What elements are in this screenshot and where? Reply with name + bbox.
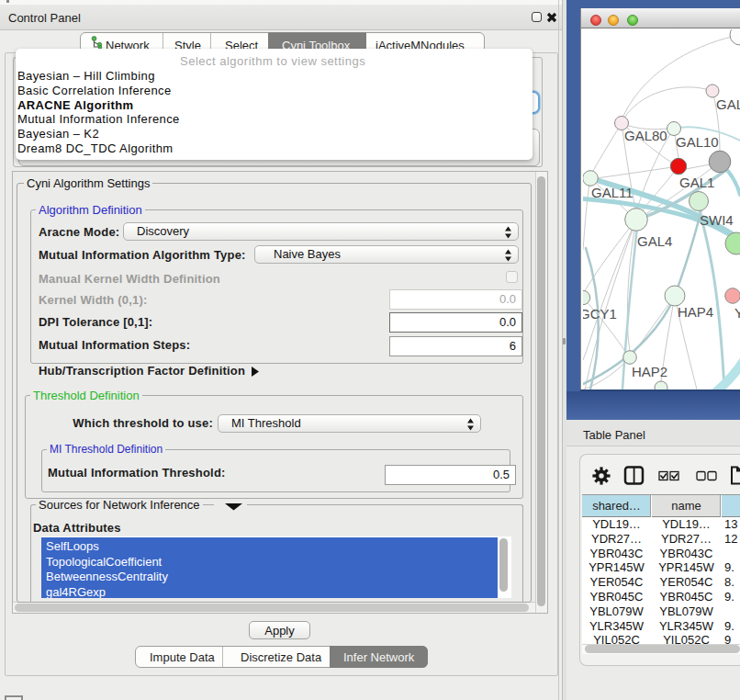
- svg-text:GAL4: GAL4: [637, 233, 672, 249]
- svg-text:GAL1: GAL1: [679, 175, 714, 190]
- svg-text:GAL10: GAL10: [676, 134, 719, 150]
- svg-text:GAL80: GAL80: [624, 128, 667, 143]
- svg-text:YJ: YJ: [734, 305, 740, 321]
- svg-text:GAL2: GAL2: [716, 96, 740, 112]
- svg-text:SWI4: SWI4: [700, 212, 734, 228]
- svg-text:HAP2: HAP2: [632, 364, 667, 379]
- svg-text:HAP4: HAP4: [678, 304, 713, 320]
- svg-text:GAL11: GAL11: [591, 185, 633, 200]
- svg-text:GCY1: GCY1: [583, 306, 617, 322]
